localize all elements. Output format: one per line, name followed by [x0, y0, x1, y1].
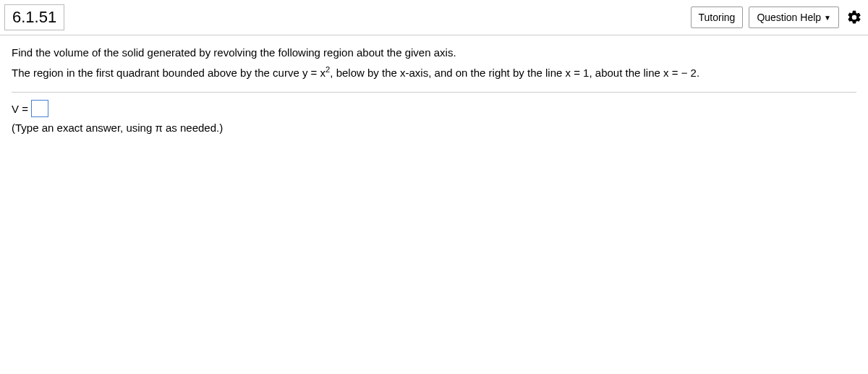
answer-row: V =: [12, 100, 856, 117]
chevron-down-icon: ▼: [824, 14, 831, 22]
gear-icon[interactable]: [845, 8, 864, 27]
problem-line-2: The region in the first quadrant bounded…: [12, 64, 856, 82]
tutoring-label: Tutoring: [699, 12, 736, 23]
question-help-button[interactable]: Question Help ▼: [749, 7, 839, 28]
problem-line-1: Find the volume of the solid generated b…: [12, 44, 856, 61]
header-bar: 6.1.51 Tutoring Question Help ▼: [0, 0, 868, 35]
separator: [12, 92, 856, 93]
question-help-label: Question Help: [757, 12, 821, 23]
volume-input[interactable]: [31, 100, 48, 117]
tutoring-button[interactable]: Tutoring: [691, 7, 744, 28]
header-actions: Tutoring Question Help ▼: [691, 7, 864, 28]
answer-label: V =: [12, 103, 28, 115]
question-number: 6.1.51: [4, 4, 64, 30]
content-area: Find the volume of the solid generated b…: [0, 35, 868, 143]
answer-hint: (Type an exact answer, using π as needed…: [12, 122, 856, 134]
problem-statement: Find the volume of the solid generated b…: [12, 44, 856, 92]
